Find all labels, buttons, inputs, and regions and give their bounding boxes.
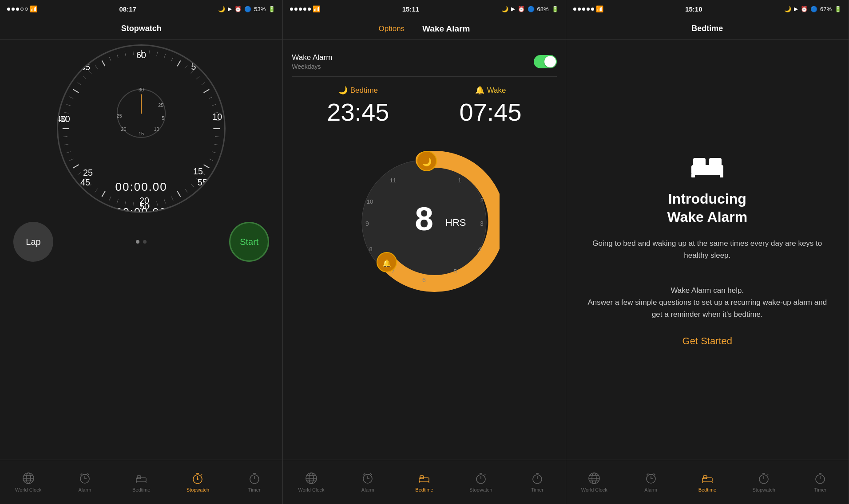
stopwatch-content: ticks 60 5 10 15 20 25 <box>0 40 282 460</box>
svg-line-26 <box>117 199 118 203</box>
stopwatch-display: 00:00.00 <box>115 180 167 194</box>
tab-stopwatch-1[interactable]: Stopwatch <box>170 472 226 492</box>
alarm-indicator-2: ⏰ <box>518 6 525 12</box>
wake-time: 07:45 <box>459 98 521 126</box>
timer-icon-2 <box>531 472 544 484</box>
tab-bedtime-2[interactable]: Bedtime <box>396 472 452 492</box>
svg-line-3 <box>109 57 111 61</box>
tab-bedtime-3[interactable]: Bedtime <box>679 472 735 492</box>
alarm-header: Options Wake Alarm <box>283 18 565 40</box>
dot2 <box>12 8 15 11</box>
svg-line-58 <box>149 51 150 55</box>
tab-alarm-2[interactable]: Alarm <box>340 472 396 492</box>
svg-text:15: 15 <box>193 166 203 176</box>
svg-rect-134 <box>420 476 424 479</box>
svg-line-0 <box>133 51 134 55</box>
tab-timer-2[interactable]: Timer <box>509 472 565 492</box>
svg-line-20 <box>78 172 81 175</box>
location-icon-1: ▶ <box>228 6 232 12</box>
tab-label-alarm-2: Alarm <box>361 487 374 492</box>
battery-pct-1: 53% <box>254 6 266 12</box>
svg-text:10: 10 <box>212 112 222 122</box>
lap-button[interactable]: Lap <box>13 222 53 262</box>
wake-label: 🔔 Wake <box>475 86 506 95</box>
bedtime-intro-section: Introducing Wake Alarm Going to bed and … <box>566 40 849 460</box>
tab-timer-3[interactable]: Timer <box>792 472 849 492</box>
tab-world-clock-1[interactable]: World Clock <box>0 472 56 492</box>
tab-label-bedtime-2: Bedtime <box>415 487 433 492</box>
wake-alarm-toggle[interactable] <box>534 55 557 68</box>
svg-line-41 <box>212 152 216 153</box>
svg-line-12 <box>64 112 69 113</box>
status-bar-1: 📶 08:17 🌙 ▶ ⏰ 🔵 53% 🔋 <box>0 0 282 18</box>
svg-line-34 <box>177 191 180 197</box>
moon-emoji: 🌙 <box>338 86 348 95</box>
dot4 <box>20 8 24 11</box>
stopwatch-icon-2 <box>475 472 487 484</box>
tab-stopwatch-3[interactable]: Stopwatch <box>735 472 792 492</box>
battery-icon-1: 🔋 <box>268 6 275 12</box>
svg-text:1: 1 <box>458 177 461 184</box>
svg-line-1 <box>125 52 126 56</box>
svg-line-36 <box>191 184 194 187</box>
bell-emoji: 🔔 <box>475 86 484 95</box>
page-dot-2 <box>143 240 147 244</box>
page-dot-1 <box>136 240 139 244</box>
svg-text:🌙: 🌙 <box>422 157 432 167</box>
svg-text:HRS: HRS <box>445 217 466 228</box>
status-bar-2: 📶 15:11 🌙 ▶ ⏰ 🔵 68% 🔋 <box>283 0 565 18</box>
status-right-3: 🌙 ▶ ⏰ 🔵 67% 🔋 <box>784 6 841 12</box>
tab-world-clock-3[interactable]: World Clock <box>566 472 623 492</box>
svg-text:40: 40 <box>58 114 66 124</box>
svg-text:9: 9 <box>366 220 369 227</box>
tab-world-clock-2[interactable]: World Clock <box>283 472 339 492</box>
tab-label-stopwatch-1: Stopwatch <box>186 487 209 492</box>
moon-icon-3: 🌙 <box>784 6 791 12</box>
page-dots <box>136 240 147 244</box>
svg-line-2 <box>117 54 118 58</box>
wifi-icon-1: 📶 <box>30 5 37 12</box>
svg-text:25: 25 <box>117 113 122 118</box>
moon-icon-1: 🌙 <box>218 6 225 12</box>
svg-text:4: 4 <box>478 246 481 252</box>
panel-wake-alarm: 📶 15:11 🌙 ▶ ⏰ 🔵 68% 🔋 Options Wake Alarm… <box>283 0 566 504</box>
status-left-2: 📶 <box>290 5 320 12</box>
svg-line-140 <box>484 474 485 475</box>
tab-bedtime-1[interactable]: Bedtime <box>113 472 170 492</box>
tab-timer-1[interactable]: Timer <box>226 472 282 492</box>
svg-line-131 <box>363 473 365 475</box>
svg-text:20: 20 <box>121 126 127 132</box>
svg-rect-148 <box>720 174 723 177</box>
svg-text:15: 15 <box>139 131 144 136</box>
tab-label-stopwatch-2: Stopwatch <box>469 487 492 492</box>
status-left-1: 📶 <box>7 5 37 12</box>
wake-alarm-text: Wake Alarm Weekdays <box>292 53 332 70</box>
tab-label-bedtime-1: Bedtime <box>132 487 150 492</box>
bluetooth-icon-2: 🔵 <box>528 6 535 12</box>
status-time-2: 15:11 <box>402 5 419 13</box>
bedtime-time: 23:45 <box>327 98 389 126</box>
tab-alarm-3[interactable]: Alarm <box>623 472 679 492</box>
dot5 <box>25 8 28 11</box>
get-started-button[interactable]: Get Started <box>682 335 733 347</box>
wake-alarm-tab[interactable]: Wake Alarm <box>422 24 470 34</box>
svg-line-5 <box>95 65 98 69</box>
dot2-4 <box>303 8 306 11</box>
start-button[interactable]: Start <box>229 222 269 262</box>
svg-line-8 <box>78 83 81 85</box>
wifi-icon-3: 📶 <box>596 5 603 12</box>
dot2-3 <box>299 8 302 11</box>
tab-label-world-clock-1: World Clock <box>15 487 41 492</box>
svg-text:11: 11 <box>390 177 396 184</box>
signal-dots-3 <box>573 8 594 11</box>
options-tab[interactable]: Options <box>379 24 405 33</box>
tab-alarm-1[interactable]: Alarm <box>56 472 113 492</box>
alarm-icon-1 <box>79 472 91 484</box>
svg-line-24 <box>102 191 105 197</box>
tab-label-alarm-1: Alarm <box>79 487 91 492</box>
svg-text:60: 60 <box>136 50 146 60</box>
tab-stopwatch-2[interactable]: Stopwatch <box>452 472 509 492</box>
wake-alarm-sublabel: Weekdays <box>292 63 332 70</box>
battery-pct-3: 67% <box>820 6 832 12</box>
bedtime-body-1: Going to bed and waking up at the same t… <box>584 237 831 261</box>
